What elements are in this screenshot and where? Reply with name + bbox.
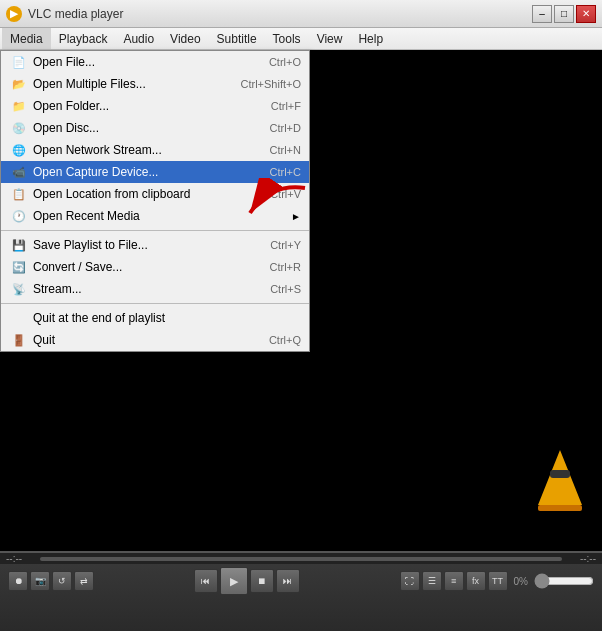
menu-item-open-folder[interactable]: 📁 Open Folder... Ctrl+F	[1, 95, 309, 117]
maximize-button[interactable]: □	[554, 5, 574, 23]
progress-bar-container[interactable]: --:-- --:--	[0, 552, 602, 564]
menu-item-save-playlist[interactable]: 💾 Save Playlist to File... Ctrl+Y	[1, 234, 309, 256]
teletext-button[interactable]: TT	[488, 571, 508, 591]
menu-help[interactable]: Help	[350, 28, 391, 49]
separator-1	[1, 230, 309, 231]
menu-bar: Media Playback Audio Video Subtitle Tool…	[0, 28, 602, 50]
open-recent-icon: 🕐	[9, 208, 29, 224]
menu-item-quit[interactable]: 🚪 Quit Ctrl+Q	[1, 329, 309, 351]
quit-icon: 🚪	[9, 332, 29, 348]
window-title: VLC media player	[28, 7, 532, 21]
prev-button[interactable]: ⏮	[194, 569, 218, 593]
convert-shortcut: Ctrl+R	[270, 261, 301, 273]
menu-item-open-location[interactable]: 📋 Open Location from clipboard Ctrl+V	[1, 183, 309, 205]
progress-bar-track[interactable]	[40, 557, 562, 561]
menu-item-quit-end[interactable]: Quit at the end of playlist	[1, 307, 309, 329]
open-location-icon: 📋	[9, 186, 29, 202]
title-bar: ▶ VLC media player – □ ✕	[0, 0, 602, 28]
window-controls: – □ ✕	[532, 5, 596, 23]
stream-label: Stream...	[33, 282, 250, 296]
menu-item-convert[interactable]: 🔄 Convert / Save... Ctrl+R	[1, 256, 309, 278]
bottom-controls: --:-- --:-- ⏺ 📷 ↺ ⇄ ⏮ ▶ ⏹ ⏭ ⛶ ☰ ≡ fx TT …	[0, 551, 602, 631]
extended-button[interactable]: ≡	[444, 571, 464, 591]
menu-item-stream[interactable]: 📡 Stream... Ctrl+S	[1, 278, 309, 300]
open-recent-label: Open Recent Media	[33, 209, 287, 223]
menu-view[interactable]: View	[309, 28, 351, 49]
fullscreen-button[interactable]: ⛶	[400, 571, 420, 591]
close-button[interactable]: ✕	[576, 5, 596, 23]
menu-item-open-file[interactable]: 📄 Open File... Ctrl+O	[1, 51, 309, 73]
open-multiple-icon: 📂	[9, 76, 29, 92]
stop-button[interactable]: ⏹	[250, 569, 274, 593]
convert-icon: 🔄	[9, 259, 29, 275]
quit-end-label: Quit at the end of playlist	[33, 311, 301, 325]
open-file-label: Open File...	[33, 55, 249, 69]
menu-item-open-network[interactable]: 🌐 Open Network Stream... Ctrl+N	[1, 139, 309, 161]
app-icon: ▶	[6, 6, 22, 22]
open-multiple-shortcut: Ctrl+Shift+O	[240, 78, 301, 90]
volume-slider[interactable]	[534, 573, 594, 589]
vlc-cone	[538, 450, 582, 511]
open-disc-label: Open Disc...	[33, 121, 250, 135]
record-button[interactable]: ⏺	[8, 571, 28, 591]
menu-audio[interactable]: Audio	[115, 28, 162, 49]
open-network-shortcut: Ctrl+N	[270, 144, 301, 156]
next-button[interactable]: ⏭	[276, 569, 300, 593]
open-disc-icon: 💿	[9, 120, 29, 136]
save-playlist-icon: 💾	[9, 237, 29, 253]
quit-end-icon	[9, 310, 29, 326]
playlist-button[interactable]: ☰	[422, 571, 442, 591]
menu-item-open-disc[interactable]: 💿 Open Disc... Ctrl+D	[1, 117, 309, 139]
menu-media[interactable]: Media	[2, 28, 51, 49]
open-location-shortcut: Ctrl+V	[270, 188, 301, 200]
open-capture-label: Open Capture Device...	[33, 165, 250, 179]
time-right: --:--	[580, 553, 596, 564]
shuffle-button[interactable]: ⇄	[74, 571, 94, 591]
loop-button[interactable]: ↺	[52, 571, 72, 591]
menu-tools[interactable]: Tools	[265, 28, 309, 49]
stream-shortcut: Ctrl+S	[270, 283, 301, 295]
controls-row-1: ⏺ 📷 ↺ ⇄ ⏮ ▶ ⏹ ⏭ ⛶ ☰ ≡ fx TT 0%	[0, 564, 602, 598]
quit-label: Quit	[33, 333, 249, 347]
menu-item-open-multiple[interactable]: 📂 Open Multiple Files... Ctrl+Shift+O	[1, 73, 309, 95]
open-network-label: Open Network Stream...	[33, 143, 250, 157]
open-folder-shortcut: Ctrl+F	[271, 100, 301, 112]
menu-video[interactable]: Video	[162, 28, 208, 49]
snapshot-button[interactable]: 📷	[30, 571, 50, 591]
open-multiple-label: Open Multiple Files...	[33, 77, 220, 91]
save-playlist-label: Save Playlist to File...	[33, 238, 250, 252]
dropdown-panel: 📄 Open File... Ctrl+O 📂 Open Multiple Fi…	[0, 50, 310, 352]
menu-playback[interactable]: Playback	[51, 28, 116, 49]
media-dropdown: 📄 Open File... Ctrl+O 📂 Open Multiple Fi…	[0, 50, 310, 352]
open-folder-icon: 📁	[9, 98, 29, 114]
fx-button[interactable]: fx	[466, 571, 486, 591]
save-playlist-shortcut: Ctrl+Y	[270, 239, 301, 251]
open-recent-arrow: ►	[291, 211, 301, 222]
quit-shortcut: Ctrl+Q	[269, 334, 301, 346]
open-capture-shortcut: Ctrl+C	[270, 166, 301, 178]
play-button[interactable]: ▶	[220, 567, 248, 595]
open-network-icon: 🌐	[9, 142, 29, 158]
open-folder-label: Open Folder...	[33, 99, 251, 113]
open-file-icon: 📄	[9, 54, 29, 70]
menu-item-open-capture[interactable]: 📹 Open Capture Device... Ctrl+C	[1, 161, 309, 183]
stream-icon: 📡	[9, 281, 29, 297]
open-disc-shortcut: Ctrl+D	[270, 122, 301, 134]
separator-2	[1, 303, 309, 304]
convert-label: Convert / Save...	[33, 260, 250, 274]
open-location-label: Open Location from clipboard	[33, 187, 250, 201]
menu-subtitle[interactable]: Subtitle	[209, 28, 265, 49]
menu-item-open-recent[interactable]: 🕐 Open Recent Media ►	[1, 205, 309, 227]
open-file-shortcut: Ctrl+O	[269, 56, 301, 68]
minimize-button[interactable]: –	[532, 5, 552, 23]
time-left: --:--	[6, 553, 22, 564]
open-capture-icon: 📹	[9, 164, 29, 180]
volume-label: 0%	[514, 576, 528, 587]
